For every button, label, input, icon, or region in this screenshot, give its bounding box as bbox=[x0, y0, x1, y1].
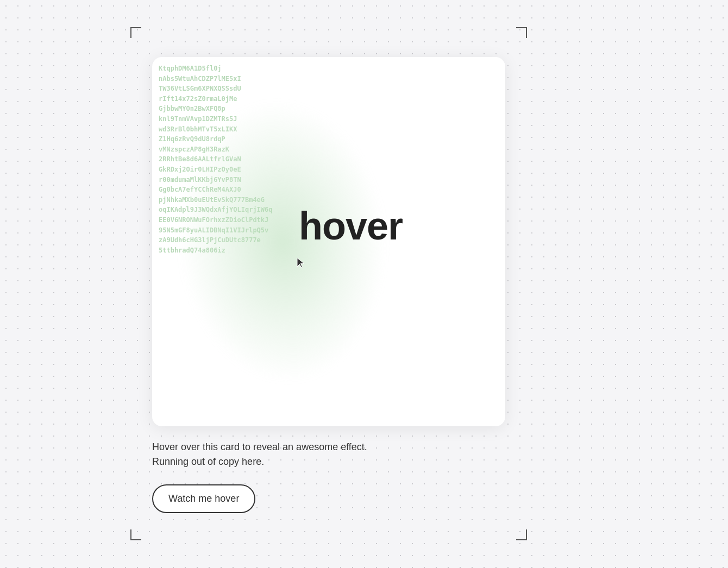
corner-tr bbox=[516, 27, 527, 38]
hover-card[interactable]: KtqphDM6A1D5fl0jnAbs5WtuAhCDZP7lME5xITW3… bbox=[152, 57, 505, 426]
card-bottom-section: Hover over this card to reveal an awesom… bbox=[152, 440, 505, 513]
description-line2: Running out of copy here. bbox=[152, 455, 505, 469]
card-description: Hover over this card to reveal an awesom… bbox=[152, 440, 505, 469]
cursor-indicator bbox=[296, 257, 306, 270]
corner-br bbox=[516, 529, 527, 540]
corner-tl bbox=[130, 27, 141, 38]
description-line1: Hover over this card to reveal an awesom… bbox=[152, 440, 505, 455]
hover-word-display: hover bbox=[299, 204, 403, 248]
corner-bl bbox=[130, 529, 141, 540]
watch-hover-button[interactable]: Watch me hover bbox=[152, 484, 255, 513]
design-frame: KtqphDM6A1D5fl0jnAbs5WtuAhCDZP7lME5xITW3… bbox=[130, 27, 527, 540]
